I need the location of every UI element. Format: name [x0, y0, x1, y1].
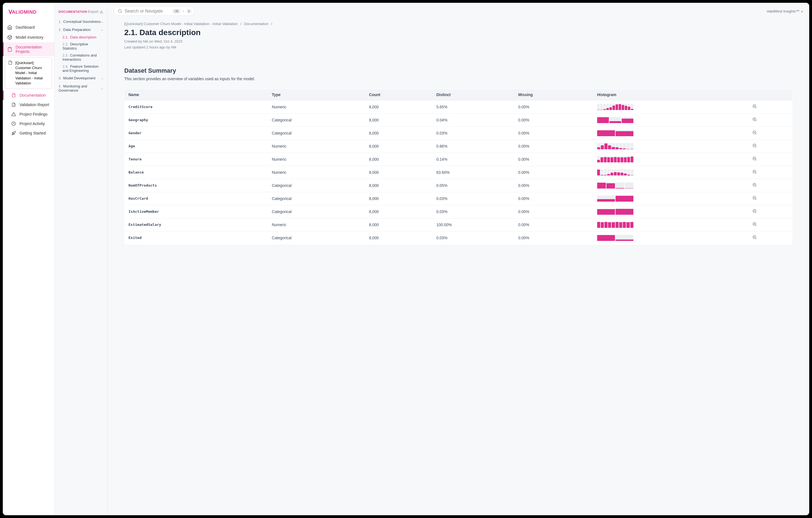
- cell-type: Categorical: [268, 113, 365, 126]
- zoom-in-icon[interactable]: [752, 235, 757, 240]
- table-row: CreditScoreNumeric8,0005.65%0.00%: [124, 100, 792, 113]
- cell-type: Numeric: [268, 140, 365, 153]
- zoom-in-icon[interactable]: [752, 156, 757, 161]
- cell-count: 8,000: [365, 100, 433, 113]
- project-nav-project-findings[interactable]: Project Findings: [3, 110, 54, 119]
- cell-count: 8,000: [365, 231, 433, 244]
- table-row: BalanceNumeric8,00063.60%0.00%: [124, 166, 792, 179]
- table-row: NumOfProductsCategorical8,0000.05%0.00%: [124, 179, 792, 192]
- table-row: GeographyCategorical8,0000.04%0.00%: [124, 113, 792, 126]
- dataset-table: NameTypeCountDistinctMissingHistogram Cr…: [124, 89, 792, 245]
- cube-icon: [7, 35, 12, 40]
- col-header: Histogram: [593, 89, 749, 100]
- cell-type: Numeric: [268, 218, 365, 231]
- toc-header: DOCUMENTATION Export: [59, 9, 104, 13]
- toc-subitem[interactable]: 2.1.Data description: [62, 34, 104, 41]
- zoom-in-icon[interactable]: [752, 130, 757, 135]
- insights-button[interactable]: ValidMind Insights™ «: [766, 9, 803, 13]
- cell-name: Age: [124, 140, 268, 153]
- col-header: Type: [268, 89, 365, 100]
- nav-documentation-projects[interactable]: Documentation Projects: [3, 42, 54, 56]
- zoom-in-icon[interactable]: [752, 183, 757, 187]
- crumb-item[interactable]: [Quickstart] Customer Churn Model - Init…: [124, 22, 238, 26]
- col-header: [749, 89, 792, 100]
- col-header: Missing: [514, 89, 593, 100]
- main-content: Search or Navigate ⌫ + k ValidMind Insig…: [108, 3, 809, 515]
- project-nav-documentation[interactable]: Documentation: [3, 91, 54, 100]
- cell-missing: 0.00%: [514, 179, 593, 192]
- zoom-in-icon[interactable]: [752, 117, 757, 122]
- cell-name: Geography: [124, 113, 268, 126]
- zoom-in-icon[interactable]: [752, 222, 757, 226]
- cell-missing: 0.00%: [514, 205, 593, 218]
- cell-distinct: 0.03%: [433, 231, 514, 244]
- table-row: GenderCategorical8,0000.03%0.00%: [124, 126, 792, 140]
- svg-line-8: [121, 12, 122, 13]
- cell-histogram: [593, 140, 749, 153]
- cell-distinct: 5.65%: [433, 100, 514, 113]
- nav-dashboard[interactable]: Dashboard: [3, 22, 54, 32]
- kbd-k: k: [187, 9, 192, 13]
- cell-count: 8,000: [365, 140, 433, 153]
- download-icon: [99, 10, 104, 13]
- search-placeholder: Search or Navigate: [124, 9, 170, 13]
- chevron-left-double-icon: «: [801, 9, 803, 13]
- toc-item[interactable]: 3.Model Development⌄: [59, 74, 104, 82]
- cell-type: Categorical: [268, 126, 365, 140]
- toc-subitem[interactable]: 2.2.Descriptive Statistics: [62, 41, 104, 52]
- project-nav-project-activity[interactable]: Project Activity: [3, 119, 54, 128]
- toc-item[interactable]: 4.Monitoring and Governance⌄: [59, 82, 104, 94]
- zoom-in-icon[interactable]: [752, 209, 757, 213]
- svg-line-38: [755, 199, 756, 200]
- kbd-clear: ⌫: [173, 9, 180, 13]
- crumb-item[interactable]: Documentation: [244, 22, 268, 26]
- cell-name: CreditScore: [124, 100, 268, 113]
- export-button[interactable]: Export: [88, 9, 104, 13]
- cell-histogram: [593, 100, 749, 113]
- col-header: Distinct: [433, 89, 514, 100]
- zoom-in-icon[interactable]: [752, 196, 757, 200]
- project-nav-validation-report[interactable]: Validation Report: [3, 100, 54, 110]
- breadcrumb: [Quickstart] Customer Churn Model - Init…: [124, 22, 792, 26]
- cell-histogram: [593, 126, 749, 140]
- toc-subitem[interactable]: 2.4.Feature Selection and Engineering: [62, 63, 104, 74]
- project-card-active[interactable]: [Quickstart] Customer Churn Model - Init…: [5, 57, 52, 89]
- cell-name: IsActiveMember: [124, 205, 268, 218]
- toc-title: DOCUMENTATION: [59, 10, 87, 13]
- cell-histogram: [593, 166, 749, 179]
- cell-count: 8,000: [365, 218, 433, 231]
- home-icon: [7, 25, 12, 30]
- svg-line-30: [755, 173, 756, 174]
- nav-model-inventory[interactable]: Model Inventory: [3, 32, 54, 42]
- table-row: ExitedCategorical8,0000.03%0.00%: [124, 231, 792, 244]
- zoom-in-icon[interactable]: [752, 144, 757, 148]
- toc-item[interactable]: 2.Data Preparation⌄: [59, 26, 104, 34]
- chevron-down-icon: ⌄: [101, 20, 104, 23]
- cell-distinct: 0.04%: [433, 113, 514, 126]
- cell-histogram: [593, 192, 749, 205]
- file-icon: [11, 93, 16, 98]
- sidebar-secondary: DOCUMENTATION Export 1.Conceptual Soundn…: [55, 3, 108, 515]
- toc-subitem[interactable]: 2.3.Correlations and Interactions: [62, 52, 104, 63]
- cell-distinct: 0.03%: [433, 205, 514, 218]
- search-input[interactable]: Search or Navigate ⌫ + k: [114, 7, 195, 16]
- zoom-in-icon[interactable]: [752, 170, 757, 174]
- cell-distinct: 63.60%: [433, 166, 514, 179]
- table-row: AgeNumeric8,0000.86%0.00%: [124, 140, 792, 153]
- cell-missing: 0.00%: [514, 153, 593, 166]
- cell-missing: 0.00%: [514, 192, 593, 205]
- cell-type: Numeric: [268, 100, 365, 113]
- cell-name: HasCrCard: [124, 192, 268, 205]
- cell-missing: 0.00%: [514, 126, 593, 140]
- cell-missing: 0.00%: [514, 140, 593, 153]
- project-nav-getting-started[interactable]: Getting Started: [3, 128, 54, 138]
- toc-item[interactable]: 1.Conceptual Soundness⌄: [59, 18, 104, 26]
- app-frame: VALIDMIND DashboardModel InventoryDocume…: [3, 3, 809, 515]
- svg-line-42: [755, 212, 756, 213]
- zoom-in-icon[interactable]: [752, 104, 757, 109]
- cell-type: Categorical: [268, 231, 365, 244]
- cell-name: Gender: [124, 126, 268, 140]
- cell-count: 8,000: [365, 153, 433, 166]
- col-header: Count: [365, 89, 433, 100]
- cell-histogram: [593, 113, 749, 126]
